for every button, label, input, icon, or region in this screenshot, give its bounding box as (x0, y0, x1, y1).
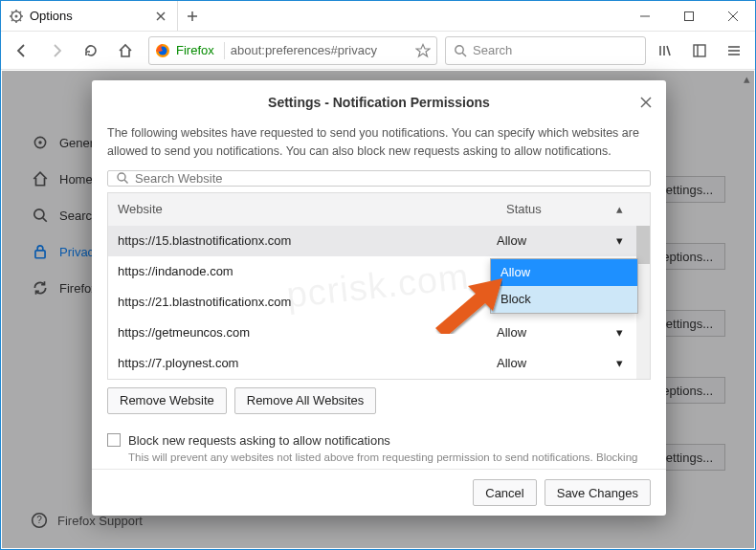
svg-line-7 (20, 19, 21, 20)
table-row[interactable]: https://7.ploynest.com Allow▾ (108, 348, 650, 379)
svg-point-20 (456, 45, 463, 53)
scrollbar-thumb[interactable] (636, 226, 650, 264)
menu-button[interactable] (719, 36, 749, 65)
status-dropdown[interactable]: Allow▾ (497, 325, 640, 340)
dialog-search[interactable] (107, 170, 651, 187)
cell-website: https://getmeuncos.com (118, 325, 497, 340)
search-website-input[interactable] (135, 171, 642, 186)
window-controls (623, 1, 755, 31)
chevron-down-icon: ▾ (616, 233, 623, 248)
chevron-down-icon: ▾ (616, 325, 623, 340)
table-row[interactable]: https://15.blastnotificationx.com Allow … (108, 226, 650, 256)
svg-line-6 (11, 11, 12, 12)
close-icon[interactable] (635, 92, 656, 113)
cell-website: https://7.ploynest.com (118, 356, 497, 370)
titlebar: Options (1, 1, 755, 32)
close-icon[interactable] (154, 10, 167, 23)
back-button[interactable] (7, 36, 37, 65)
svg-line-8 (11, 19, 12, 20)
tab-strip: Options (1, 1, 623, 31)
cancel-button[interactable]: Cancel (473, 479, 536, 506)
maximize-button[interactable] (667, 1, 711, 32)
forward-button[interactable] (41, 36, 72, 65)
dialog-description: The following websites have requested to… (107, 124, 651, 161)
table-row[interactable]: https://getmeuncos.com Allow▾ (108, 318, 650, 348)
url-text: about:preferences#privacy (231, 43, 410, 57)
sort-up-icon: ▴ (616, 202, 623, 216)
svg-point-1 (15, 14, 18, 17)
nav-toolbar: Firefox about:preferences#privacy Search (1, 32, 755, 70)
remove-all-websites-button[interactable]: Remove All Websites (234, 387, 377, 414)
status-dropdown-menu: Allow Block (490, 258, 638, 314)
chevron-down-icon: ▾ (616, 356, 623, 370)
search-icon (454, 44, 467, 57)
dropdown-option-allow[interactable]: Allow (491, 259, 637, 286)
search-placeholder: Search (473, 43, 512, 57)
minimize-button[interactable] (623, 1, 667, 32)
cell-website: https://21.blastnotificationx.com (118, 295, 497, 309)
svg-line-40 (124, 180, 128, 184)
column-status[interactable]: Status ▴ (506, 202, 640, 216)
dropdown-option-block[interactable]: Block (491, 286, 637, 313)
checkbox-description: This will prevent any websites not liste… (128, 450, 651, 470)
save-changes-button[interactable]: Save Changes (545, 479, 651, 506)
table-actions: Remove Website Remove All Websites (107, 387, 651, 414)
status-dropdown[interactable]: Allow ▾ (497, 233, 640, 248)
firefox-icon (155, 43, 170, 58)
search-box[interactable]: Search (445, 36, 646, 65)
separator (224, 42, 225, 59)
home-button[interactable] (110, 36, 141, 65)
remove-website-button[interactable]: Remove Website (107, 387, 227, 414)
block-new-requests-checkbox[interactable]: Block new requests asking to allow notif… (107, 433, 651, 448)
dialog-header: Settings - Notification Permissions (92, 80, 666, 124)
cell-website: https://15.blastnotificationx.com (118, 233, 497, 248)
checkbox-icon[interactable] (107, 433, 121, 447)
permissions-table: Website Status ▴ https://15.blastnotific… (107, 192, 651, 380)
url-bar[interactable]: Firefox about:preferences#privacy (148, 36, 437, 65)
svg-line-24 (667, 46, 670, 55)
identity-label: Firefox (176, 43, 214, 57)
tab-title: Options (30, 9, 148, 23)
svg-line-21 (462, 53, 466, 56)
table-header: Website Status ▴ (108, 193, 650, 226)
checkbox-label: Block new requests asking to allow notif… (128, 433, 390, 448)
library-button[interactable] (650, 36, 680, 65)
status-dropdown[interactable]: Allow▾ (497, 356, 640, 370)
svg-point-39 (118, 173, 125, 181)
gear-icon (9, 9, 24, 24)
table-body: https://15.blastnotificationx.com Allow … (108, 226, 650, 379)
column-website[interactable]: Website (118, 202, 506, 216)
new-tab-button[interactable] (178, 1, 207, 31)
tab-options[interactable]: Options (1, 1, 178, 31)
search-icon (116, 171, 129, 185)
dialog-title: Settings - Notification Permissions (268, 95, 490, 110)
browser-window: Options Firefox about:prefer (0, 0, 756, 550)
cell-website: https://indanode.com (118, 264, 497, 278)
dialog-body: The following websites have requested to… (92, 124, 666, 469)
reload-button[interactable] (76, 36, 106, 65)
svg-line-9 (20, 11, 21, 12)
sidebar-button[interactable] (684, 36, 715, 65)
bookmark-star-icon[interactable] (415, 43, 431, 58)
svg-rect-15 (685, 12, 694, 21)
dialog-footer: Cancel Save Changes (92, 469, 666, 516)
table-scrollbar[interactable] (636, 226, 650, 379)
svg-rect-25 (694, 45, 705, 56)
close-window-button[interactable] (711, 1, 755, 32)
notification-permissions-dialog: Settings - Notification Permissions The … (92, 80, 666, 516)
